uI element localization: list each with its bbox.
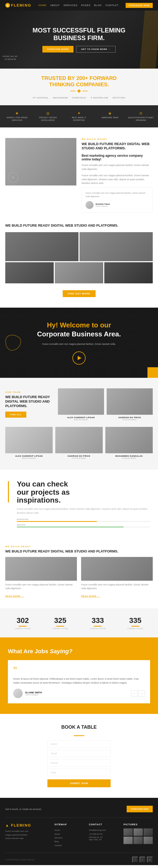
author-title: Senior Planner (95, 205, 110, 207)
footer-copyright: © 2024 Fleming. All rights reserved. (5, 859, 35, 861)
testimonial-author-name: ELAINE SMITH (25, 691, 42, 694)
footer-address-line2: New York, NY (89, 838, 118, 841)
footer-photo-3 (123, 837, 133, 844)
nav-link-about[interactable]: ABOUT (50, 4, 60, 7)
testimonial-author: ELAINE SMITH Senior Designer ‹ › (13, 689, 145, 698)
stat-4: ⊙ QUALIFICATIONS PLANET SPANNING (126, 110, 155, 123)
social-twitter-button[interactable]: t (140, 857, 145, 863)
hero-buttons: OVERVIEW MORE GET TO KNOW MORE → (33, 46, 126, 53)
testimonials-section: What Are Jobs Saying? " Donec at lacus v… (0, 638, 158, 714)
social-instagram-button[interactable]: in (147, 857, 153, 863)
book-phone-input[interactable] (47, 759, 111, 767)
footer-link-home[interactable]: Home (54, 829, 84, 832)
progress-label-0: BRANDING (17, 519, 150, 520)
footer-logo: ▲ FLEMING (5, 823, 49, 827)
book-name-input[interactable] (47, 740, 111, 748)
footer-link-services[interactable]: Services (54, 836, 84, 840)
star-icon: ★ (4, 111, 30, 115)
welcome-title: Hy! Welcome to our Corporate Business Ar… (8, 321, 150, 339)
blog-card-0: Fusce convallis sem non magna placerat f… (5, 557, 77, 598)
blog-image-0 (5, 557, 77, 581)
footer-address-line1: Fleming St. 22 (89, 836, 118, 838)
inspiration-text: Fusce convallis sem non magna placerat f… (17, 507, 150, 515)
nav-link-pages[interactable]: PAGES (81, 4, 90, 7)
trusted-logos: VP CENTRAL DESIGNHUB CORETECH ✦ RapidFlo… (5, 97, 153, 99)
team-name-2: ALEX SUNDROP LIPSAN (5, 455, 53, 457)
footer-grid: ▲ FLEMING Fusce convallis sem non magna … (5, 817, 153, 853)
book-section: BOOK A TABLE SUBMIT NOW (0, 714, 158, 798)
nav-links: HOME ABOUT SERVICES PAGES BLOG CONTACT (38, 4, 119, 7)
book-submit-button[interactable]: SUBMIT NOW (47, 779, 111, 787)
footer-email[interactable]: info@fleming.com (89, 829, 118, 832)
find-more-button[interactable]: FIND OUT MORE (63, 290, 95, 297)
counter-0: 302 LOREM IPSUM (5, 616, 40, 629)
team-name-3: HADRIAN DO PRICE (55, 455, 103, 457)
nav-link-home[interactable]: HOME (38, 4, 47, 7)
footer-phone[interactable]: +22 666 84 56 (89, 832, 118, 836)
progress-design: DESIGN (17, 524, 150, 527)
stat-label-2: BEST MAKE IT EXPERTISE (66, 116, 92, 122)
progress-label-1: DESIGN (17, 524, 150, 526)
nav-link-blog[interactable]: BLOG (94, 4, 102, 7)
team-name-1: HADRIAN DO PRICE (107, 416, 153, 419)
counter-divider-3 (131, 626, 139, 627)
footer-link-blog[interactable]: Blog (54, 840, 84, 843)
navbar: FLEMING HOME ABOUT SERVICES PAGES BLOG C… (0, 0, 158, 10)
testimonial-next-button[interactable]: › (139, 690, 145, 696)
stat-0: ★ AGENCY FOR SPEED SERVICES (3, 110, 32, 123)
nav-link-contact[interactable]: CONTACT (106, 4, 119, 7)
footer-cta-button[interactable]: PURCHASE NOW (127, 806, 153, 812)
team-role-3: Front-end Master (55, 457, 103, 459)
blog-image-1 (81, 557, 153, 581)
team-member-1: HADRIAN DO PRICE Front-end Master (107, 389, 153, 421)
stats-bar: ★ AGENCY FOR SPEED SERVICES ◎ PROJECT DA… (0, 105, 158, 127)
stat-label-3: AWESOME TEAM (97, 116, 123, 119)
team-bottom-row: ALEX SUNDROP LIPSAN Back-end Master HADR… (5, 427, 153, 459)
stat-3: ◈ AWESOME TEAM (95, 110, 125, 123)
team-member-3: HADRIAN DO PRICE Front-end Master (55, 427, 103, 459)
welcome-play-button[interactable] (72, 351, 86, 365)
team-name-0: ALEX SUNDROP LIPSAN (58, 416, 104, 419)
book-date-input[interactable] (47, 769, 111, 776)
team-all-button[interactable]: FIND ALL (5, 411, 26, 417)
play-btn-about[interactable] (8, 172, 18, 183)
photo-0 (5, 232, 78, 261)
book-email-input[interactable] (47, 750, 111, 757)
trusted-logo-1: DESIGNHUB (53, 97, 68, 99)
trusted-section: TRUSTED BY 200+ FORWARD THINKING COMPANI… (0, 69, 158, 105)
footer-link-about[interactable]: About (54, 832, 84, 836)
social-facebook-button[interactable]: f (132, 857, 138, 863)
footer-photo-5 (144, 837, 153, 844)
blog-text-0: Fusce convallis sem non magna placerat f… (5, 583, 77, 590)
book-divider (74, 735, 84, 736)
svg-marker-0 (7, 4, 9, 6)
hero-secondary-button[interactable]: GET TO KNOW MORE → (76, 46, 116, 53)
play-triangle-icon (78, 356, 81, 360)
team-name-4: MUHAMMED DANDALAS (105, 455, 153, 457)
trusted-title: TRUSTED BY 200+ FORWARD THINKING COMPANI… (5, 75, 153, 88)
blog-link-0[interactable]: READ MORE → (5, 595, 24, 597)
footer-link-contact[interactable]: Contact (54, 844, 84, 847)
about-subtitle: Best marketing agency service company on… (82, 154, 153, 161)
team-photo-3 (55, 427, 103, 453)
footer-sitemap-heading: SITEMAP (54, 823, 84, 826)
team-role-2: Back-end Master (5, 457, 53, 459)
blog-link-1[interactable]: READ MORE → (81, 595, 100, 597)
counter-divider-1 (56, 626, 64, 627)
nav-cta-button[interactable]: PURCHASE NOW (126, 3, 153, 8)
nav-logo[interactable]: FLEMING (5, 3, 31, 8)
progress-bars: BRANDING DESIGN (17, 519, 150, 527)
nav-link-services[interactable]: SERVICES (64, 4, 77, 7)
square-icon: ◈ (97, 111, 123, 115)
testimonial-prev-button[interactable]: ‹ (131, 690, 137, 696)
corner-decoration (148, 367, 158, 378)
hero-primary-button[interactable]: OVERVIEW MORE (42, 46, 74, 53)
counter-divider-2 (94, 626, 102, 627)
footer-social: f t in (132, 857, 153, 863)
blog-grid: Fusce convallis sem non magna placerat f… (5, 557, 153, 598)
footer-about-text: Fusce convallis sem non magna placerat f… (5, 830, 49, 840)
footer-col-1: SITEMAP Home About Services Blog Contact (54, 823, 84, 847)
stat-1: ◎ PROJECT DATING EXCELLENCE (34, 110, 63, 123)
about-image-left (5, 138, 76, 185)
team-section: OUR TEAM WE BUILD FUTURE READY DIGITAL W… (0, 378, 158, 470)
